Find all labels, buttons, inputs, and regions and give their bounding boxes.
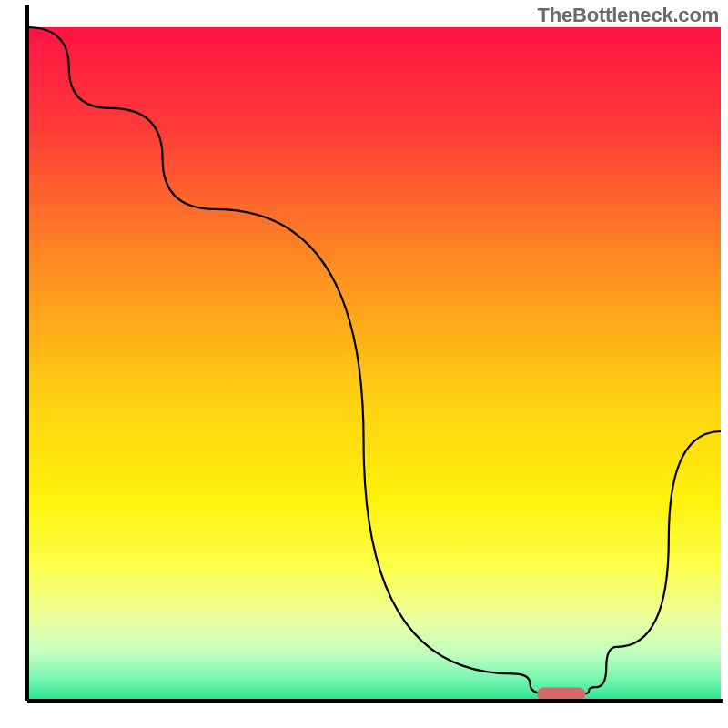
watermark-label: TheBottleneck.com (537, 4, 719, 27)
bottleneck-chart: TheBottleneck.com (0, 0, 728, 728)
chart-svg (0, 0, 728, 728)
chart-gradient-background (27, 27, 721, 701)
optimal-marker (537, 688, 585, 701)
